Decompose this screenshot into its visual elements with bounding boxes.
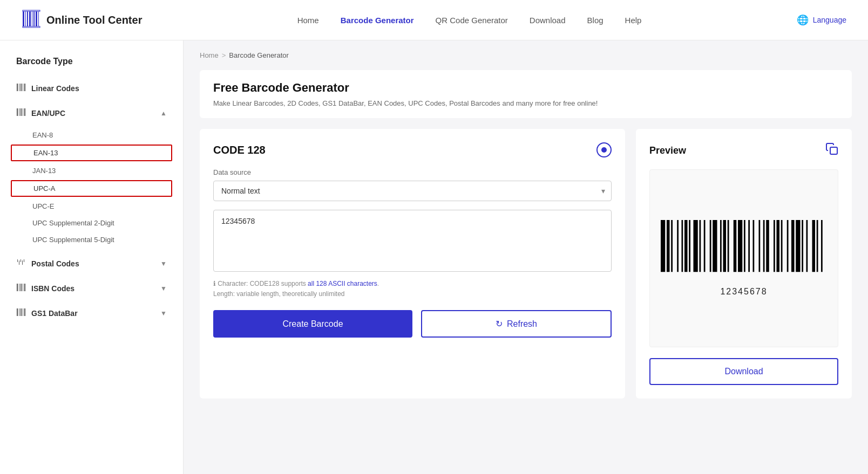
main-content: Home > Barcode Generator Free Barcode Ge… <box>184 40 868 474</box>
barcode-input[interactable]: 12345678 <box>213 210 612 272</box>
generator-area: CODE 128 Data source Normal text Hex Bas… <box>200 129 852 399</box>
breadcrumb-separator: > <box>222 51 226 59</box>
svg-rect-67 <box>812 220 816 272</box>
logo-icon <box>22 9 41 31</box>
nav-barcode-generator[interactable]: Barcode Generator <box>341 16 414 25</box>
svg-rect-32 <box>21 308 22 316</box>
barcode-type-radio[interactable] <box>596 142 612 157</box>
svg-rect-4 <box>32 11 32 26</box>
page-description: Make Linear Barcodes, 2D Codes, GS1 Data… <box>213 99 838 107</box>
left-panel: CODE 128 Data source Normal text Hex Bas… <box>200 129 625 399</box>
svg-rect-60 <box>777 220 780 272</box>
svg-rect-62 <box>787 220 789 272</box>
svg-rect-59 <box>774 220 775 272</box>
svg-rect-44 <box>700 220 701 272</box>
hint-length: Length: variable length, theoretically u… <box>213 290 344 298</box>
hint-link[interactable]: all 128 ASCII characters <box>308 280 377 287</box>
page-title: Free Barcode Generator <box>213 81 838 95</box>
svg-rect-64 <box>796 220 800 272</box>
sidebar-item-ean13[interactable]: EAN-13 <box>11 145 172 161</box>
ean-upc-label: EAN/UPC <box>31 109 65 118</box>
breadcrumb-home[interactable]: Home <box>200 51 219 59</box>
svg-rect-6 <box>36 11 37 26</box>
svg-rect-47 <box>713 220 717 272</box>
ean-upc-sub-items: EAN-8 EAN-13 JAN-13 UPC-A UPC-E UPC Supp… <box>0 125 183 250</box>
svg-rect-28 <box>23 284 23 291</box>
sidebar-item-ean-upc[interactable]: EAN/UPC ▲ <box>0 102 183 125</box>
sidebar-item-upc2[interactable]: UPC Supplemental 2-Digit <box>0 215 183 231</box>
nav-qr-generator[interactable]: QR Code Generator <box>436 16 508 25</box>
gs1-chevron: ▼ <box>160 310 167 317</box>
data-source-label: Data source <box>213 168 612 176</box>
refresh-button[interactable]: ↻ Refresh <box>421 310 612 338</box>
barcode-image <box>661 220 827 283</box>
sidebar-group-postal: Postal Codes ▼ <box>0 252 183 275</box>
svg-rect-65 <box>802 220 803 272</box>
language-label: Language <box>813 16 846 24</box>
language-selector[interactable]: 🌐 Language <box>797 14 846 26</box>
svg-rect-15 <box>17 108 18 116</box>
svg-rect-34 <box>24 308 25 316</box>
create-barcode-button[interactable]: Create Barcode <box>213 310 412 338</box>
data-source-select-wrapper: Normal text Hex Base64 ▾ <box>213 181 612 201</box>
copy-icon[interactable] <box>825 142 838 159</box>
sidebar-item-jan13[interactable]: JAN-13 <box>0 162 183 179</box>
sidebar-item-linear-codes[interactable]: Linear Codes <box>0 77 183 100</box>
sidebar-item-upce[interactable]: UPC-E <box>0 198 183 215</box>
nav-home[interactable]: Home <box>297 16 319 25</box>
svg-rect-42 <box>689 220 690 272</box>
nav-blog[interactable]: Blog <box>587 16 603 25</box>
ean-upc-icon <box>16 107 26 119</box>
isbn-codes-label: ISBN Codes <box>31 284 74 293</box>
breadcrumb: Home > Barcode Generator <box>200 51 852 59</box>
svg-rect-1 <box>25 11 26 26</box>
sidebar-item-isbn-codes[interactable]: ISBN Codes ▼ <box>0 277 183 300</box>
svg-rect-7 <box>38 11 39 26</box>
svg-rect-45 <box>704 220 706 272</box>
data-source-select[interactable]: Normal text Hex Base64 <box>213 181 612 201</box>
svg-rect-27 <box>21 284 22 291</box>
sidebar-item-gs1-databar[interactable]: GS1 DataBar ▼ <box>0 302 183 325</box>
svg-rect-5 <box>33 11 35 26</box>
sidebar-title: Barcode Type <box>0 51 183 77</box>
svg-rect-49 <box>723 220 727 272</box>
svg-rect-12 <box>21 84 22 91</box>
nav-download[interactable]: Download <box>530 16 566 25</box>
header: Online Tool Center Home Barcode Generato… <box>0 0 868 40</box>
barcode-preview-area: 12345678 <box>649 169 838 347</box>
svg-rect-38 <box>671 220 673 272</box>
svg-rect-54 <box>748 220 750 272</box>
svg-rect-2 <box>27 11 28 26</box>
svg-rect-39 <box>677 220 679 272</box>
svg-rect-35 <box>830 147 837 154</box>
svg-rect-31 <box>19 308 19 316</box>
svg-rect-26 <box>19 284 19 291</box>
svg-rect-9 <box>23 26 40 28</box>
hint-main: Character: CODE128 supports <box>218 280 308 287</box>
gs1-databar-label: GS1 DataBar <box>31 309 78 318</box>
gs1-icon <box>16 307 26 319</box>
download-button[interactable]: Download <box>649 358 838 385</box>
svg-rect-43 <box>694 220 698 272</box>
sidebar-group-gs1: GS1 DataBar ▼ <box>0 302 183 325</box>
ean-upc-chevron: ▲ <box>160 109 167 117</box>
sidebar-group-isbn: ISBN Codes ▼ <box>0 277 183 300</box>
nav-help[interactable]: Help <box>625 16 642 25</box>
svg-rect-10 <box>17 84 18 91</box>
sidebar: Barcode Type Linear Codes <box>0 40 184 474</box>
svg-rect-0 <box>23 11 24 26</box>
svg-rect-21 <box>19 260 19 265</box>
barcode-type-title: CODE 128 <box>213 144 266 156</box>
sidebar-item-upc5[interactable]: UPC Supplemental 5-Digit <box>0 231 183 248</box>
svg-rect-22 <box>21 259 21 262</box>
svg-rect-30 <box>17 308 18 316</box>
sidebar-item-upca[interactable]: UPC-A <box>11 180 172 197</box>
sidebar-item-ean8[interactable]: EAN-8 <box>0 127 183 143</box>
svg-rect-36 <box>661 220 665 272</box>
isbn-codes-icon <box>16 283 26 294</box>
sidebar-item-postal-codes[interactable]: Postal Codes ▼ <box>0 252 183 275</box>
svg-rect-25 <box>17 284 18 291</box>
svg-rect-53 <box>744 220 745 272</box>
svg-rect-48 <box>720 220 722 272</box>
svg-rect-63 <box>791 220 795 272</box>
